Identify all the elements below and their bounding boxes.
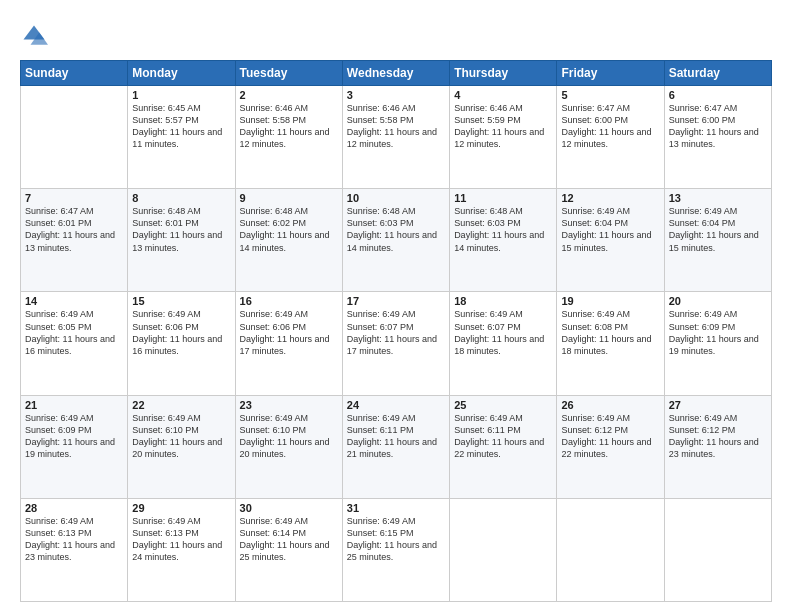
day-header-wednesday: Wednesday: [342, 61, 449, 86]
calendar-cell: 16Sunrise: 6:49 AMSunset: 6:06 PMDayligh…: [235, 292, 342, 395]
cell-details: Sunrise: 6:49 AMSunset: 6:05 PMDaylight:…: [25, 308, 123, 357]
calendar-cell: 25Sunrise: 6:49 AMSunset: 6:11 PMDayligh…: [450, 395, 557, 498]
calendar-cell: 31Sunrise: 6:49 AMSunset: 6:15 PMDayligh…: [342, 498, 449, 601]
logo-icon: [20, 22, 48, 50]
calendar-cell: 11Sunrise: 6:48 AMSunset: 6:03 PMDayligh…: [450, 189, 557, 292]
cell-details: Sunrise: 6:49 AMSunset: 6:10 PMDaylight:…: [132, 412, 230, 461]
calendar-cell: 18Sunrise: 6:49 AMSunset: 6:07 PMDayligh…: [450, 292, 557, 395]
day-number: 27: [669, 399, 767, 411]
day-number: 25: [454, 399, 552, 411]
calendar-cell: 2Sunrise: 6:46 AMSunset: 5:58 PMDaylight…: [235, 86, 342, 189]
day-number: 17: [347, 295, 445, 307]
cell-details: Sunrise: 6:48 AMSunset: 6:01 PMDaylight:…: [132, 205, 230, 254]
cell-details: Sunrise: 6:49 AMSunset: 6:06 PMDaylight:…: [132, 308, 230, 357]
day-number: 28: [25, 502, 123, 514]
day-number: 14: [25, 295, 123, 307]
calendar-cell: 22Sunrise: 6:49 AMSunset: 6:10 PMDayligh…: [128, 395, 235, 498]
day-header-tuesday: Tuesday: [235, 61, 342, 86]
day-number: 20: [669, 295, 767, 307]
calendar-cell: [664, 498, 771, 601]
day-header-sunday: Sunday: [21, 61, 128, 86]
calendar-cell: 28Sunrise: 6:49 AMSunset: 6:13 PMDayligh…: [21, 498, 128, 601]
day-number: 5: [561, 89, 659, 101]
calendar-cell: [21, 86, 128, 189]
cell-details: Sunrise: 6:47 AMSunset: 6:00 PMDaylight:…: [669, 102, 767, 151]
cell-details: Sunrise: 6:49 AMSunset: 6:07 PMDaylight:…: [454, 308, 552, 357]
calendar-cell: 30Sunrise: 6:49 AMSunset: 6:14 PMDayligh…: [235, 498, 342, 601]
cell-details: Sunrise: 6:48 AMSunset: 6:02 PMDaylight:…: [240, 205, 338, 254]
calendar-cell: 27Sunrise: 6:49 AMSunset: 6:12 PMDayligh…: [664, 395, 771, 498]
calendar-cell: 13Sunrise: 6:49 AMSunset: 6:04 PMDayligh…: [664, 189, 771, 292]
cell-details: Sunrise: 6:49 AMSunset: 6:11 PMDaylight:…: [347, 412, 445, 461]
cell-details: Sunrise: 6:49 AMSunset: 6:04 PMDaylight:…: [669, 205, 767, 254]
day-number: 12: [561, 192, 659, 204]
week-row-3: 21Sunrise: 6:49 AMSunset: 6:09 PMDayligh…: [21, 395, 772, 498]
calendar-cell: 14Sunrise: 6:49 AMSunset: 6:05 PMDayligh…: [21, 292, 128, 395]
calendar-cell: 15Sunrise: 6:49 AMSunset: 6:06 PMDayligh…: [128, 292, 235, 395]
calendar-cell: [450, 498, 557, 601]
day-header-saturday: Saturday: [664, 61, 771, 86]
calendar-cell: 26Sunrise: 6:49 AMSunset: 6:12 PMDayligh…: [557, 395, 664, 498]
cell-details: Sunrise: 6:49 AMSunset: 6:13 PMDaylight:…: [25, 515, 123, 564]
day-header-monday: Monday: [128, 61, 235, 86]
cell-details: Sunrise: 6:49 AMSunset: 6:09 PMDaylight:…: [669, 308, 767, 357]
cell-details: Sunrise: 6:49 AMSunset: 6:04 PMDaylight:…: [561, 205, 659, 254]
calendar-cell: 24Sunrise: 6:49 AMSunset: 6:11 PMDayligh…: [342, 395, 449, 498]
calendar-cell: 3Sunrise: 6:46 AMSunset: 5:58 PMDaylight…: [342, 86, 449, 189]
cell-details: Sunrise: 6:45 AMSunset: 5:57 PMDaylight:…: [132, 102, 230, 151]
cell-details: Sunrise: 6:49 AMSunset: 6:15 PMDaylight:…: [347, 515, 445, 564]
day-number: 19: [561, 295, 659, 307]
cell-details: Sunrise: 6:48 AMSunset: 6:03 PMDaylight:…: [454, 205, 552, 254]
day-number: 6: [669, 89, 767, 101]
cell-details: Sunrise: 6:49 AMSunset: 6:13 PMDaylight:…: [132, 515, 230, 564]
calendar-cell: 21Sunrise: 6:49 AMSunset: 6:09 PMDayligh…: [21, 395, 128, 498]
day-number: 26: [561, 399, 659, 411]
day-number: 18: [454, 295, 552, 307]
day-number: 10: [347, 192, 445, 204]
cell-details: Sunrise: 6:49 AMSunset: 6:09 PMDaylight:…: [25, 412, 123, 461]
day-number: 23: [240, 399, 338, 411]
day-number: 2: [240, 89, 338, 101]
cell-details: Sunrise: 6:49 AMSunset: 6:11 PMDaylight:…: [454, 412, 552, 461]
cell-details: Sunrise: 6:46 AMSunset: 5:59 PMDaylight:…: [454, 102, 552, 151]
calendar-cell: 6Sunrise: 6:47 AMSunset: 6:00 PMDaylight…: [664, 86, 771, 189]
cell-details: Sunrise: 6:49 AMSunset: 6:12 PMDaylight:…: [669, 412, 767, 461]
cell-details: Sunrise: 6:47 AMSunset: 6:00 PMDaylight:…: [561, 102, 659, 151]
cell-details: Sunrise: 6:49 AMSunset: 6:14 PMDaylight:…: [240, 515, 338, 564]
calendar-cell: 19Sunrise: 6:49 AMSunset: 6:08 PMDayligh…: [557, 292, 664, 395]
logo: [20, 22, 50, 50]
day-header-thursday: Thursday: [450, 61, 557, 86]
day-number: 22: [132, 399, 230, 411]
cell-details: Sunrise: 6:49 AMSunset: 6:08 PMDaylight:…: [561, 308, 659, 357]
calendar-cell: 5Sunrise: 6:47 AMSunset: 6:00 PMDaylight…: [557, 86, 664, 189]
calendar-cell: 20Sunrise: 6:49 AMSunset: 6:09 PMDayligh…: [664, 292, 771, 395]
day-number: 13: [669, 192, 767, 204]
day-number: 24: [347, 399, 445, 411]
cell-details: Sunrise: 6:49 AMSunset: 6:10 PMDaylight:…: [240, 412, 338, 461]
cell-details: Sunrise: 6:48 AMSunset: 6:03 PMDaylight:…: [347, 205, 445, 254]
cell-details: Sunrise: 6:49 AMSunset: 6:06 PMDaylight:…: [240, 308, 338, 357]
calendar-cell: 23Sunrise: 6:49 AMSunset: 6:10 PMDayligh…: [235, 395, 342, 498]
calendar-cell: 9Sunrise: 6:48 AMSunset: 6:02 PMDaylight…: [235, 189, 342, 292]
week-row-0: 1Sunrise: 6:45 AMSunset: 5:57 PMDaylight…: [21, 86, 772, 189]
day-number: 21: [25, 399, 123, 411]
page: SundayMondayTuesdayWednesdayThursdayFrid…: [0, 0, 792, 612]
day-number: 1: [132, 89, 230, 101]
calendar-cell: 29Sunrise: 6:49 AMSunset: 6:13 PMDayligh…: [128, 498, 235, 601]
header: [20, 18, 772, 50]
week-row-1: 7Sunrise: 6:47 AMSunset: 6:01 PMDaylight…: [21, 189, 772, 292]
cell-details: Sunrise: 6:49 AMSunset: 6:12 PMDaylight:…: [561, 412, 659, 461]
day-number: 3: [347, 89, 445, 101]
day-number: 29: [132, 502, 230, 514]
calendar-cell: 12Sunrise: 6:49 AMSunset: 6:04 PMDayligh…: [557, 189, 664, 292]
calendar-cell: 8Sunrise: 6:48 AMSunset: 6:01 PMDaylight…: [128, 189, 235, 292]
day-number: 8: [132, 192, 230, 204]
calendar-cell: 17Sunrise: 6:49 AMSunset: 6:07 PMDayligh…: [342, 292, 449, 395]
day-number: 9: [240, 192, 338, 204]
calendar: SundayMondayTuesdayWednesdayThursdayFrid…: [20, 60, 772, 602]
calendar-cell: [557, 498, 664, 601]
calendar-cell: 1Sunrise: 6:45 AMSunset: 5:57 PMDaylight…: [128, 86, 235, 189]
day-number: 31: [347, 502, 445, 514]
day-header-friday: Friday: [557, 61, 664, 86]
day-number: 7: [25, 192, 123, 204]
